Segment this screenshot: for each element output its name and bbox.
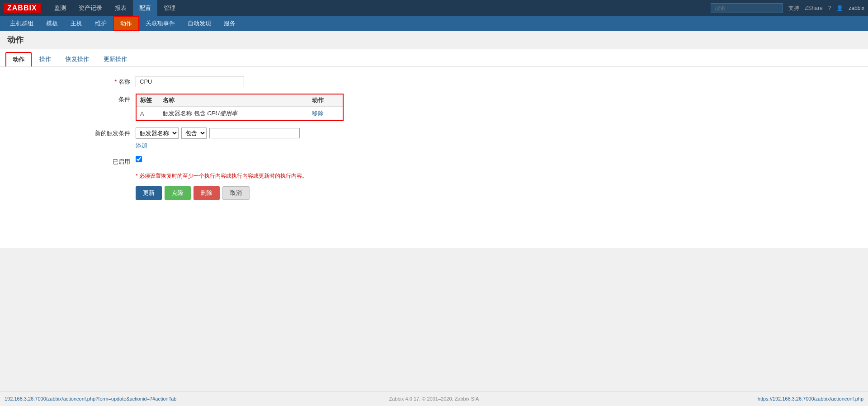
condition-type-select[interactable]: 触发器名称 xyxy=(136,127,179,139)
username-label: zabbix xyxy=(849,5,864,11)
nav-maintenance[interactable]: 维护 xyxy=(89,16,113,31)
nav-config[interactable]: 配置 xyxy=(133,0,157,16)
conditions-header: 标签 名称 动作 xyxy=(137,94,343,107)
conditions-row: 条件 标签 名称 动作 A 触发器名称 包含 CPU使用率 移除 xyxy=(81,94,868,121)
new-condition-selects: 触发器名称 包含 xyxy=(136,127,300,139)
update-button[interactable]: 更新 xyxy=(136,186,162,200)
new-condition-row: 新的触发条件 触发器名称 包含 添加 xyxy=(81,127,868,150)
nav-assets[interactable]: 资产记录 xyxy=(72,0,108,16)
clone-button[interactable]: 克隆 xyxy=(165,186,191,200)
tab-bar: 动作 操作 恢复操作 更新操作 xyxy=(0,49,868,67)
nav-templates[interactable]: 模板 xyxy=(40,16,64,31)
delete-button[interactable]: 删除 xyxy=(193,186,220,200)
header-action: 动作 xyxy=(312,96,339,104)
enabled-checkbox[interactable] xyxy=(136,156,142,162)
header-name: 名称 xyxy=(163,96,312,104)
nav-discovery[interactable]: 自动发现 xyxy=(181,16,217,31)
condition-label-0: A xyxy=(140,110,163,117)
zabbix-logo: ZABBIX xyxy=(4,3,41,13)
help-icon[interactable]: ? xyxy=(828,5,831,11)
tab-action[interactable]: 动作 xyxy=(5,52,32,66)
button-row: 更新 克隆 删除 取消 xyxy=(81,186,868,200)
nav-admin[interactable]: 管理 xyxy=(157,0,182,16)
add-link-container: 添加 xyxy=(136,139,300,150)
nav-reports[interactable]: 报表 xyxy=(108,0,133,16)
new-condition-controls: 触发器名称 包含 添加 xyxy=(136,127,300,150)
tab-recovery-operations[interactable]: 恢复操作 xyxy=(59,52,96,66)
cancel-button[interactable]: 取消 xyxy=(222,186,250,200)
nav-host-groups[interactable]: 主机群组 xyxy=(4,16,40,31)
condition-action-0[interactable]: 移除 xyxy=(312,109,339,118)
conditions-table: 标签 名称 动作 A 触发器名称 包含 CPU使用率 移除 xyxy=(136,94,344,121)
nav-hosts[interactable]: 主机 xyxy=(64,16,89,31)
top-nav-items: 监测 资产记录 报表 配置 管理 xyxy=(48,0,711,16)
conditions-label: 条件 xyxy=(81,94,136,104)
condition-operator-select[interactable]: 包含 xyxy=(181,127,207,139)
zshare-link[interactable]: ZShare xyxy=(805,5,822,11)
name-label: * 名称 xyxy=(81,76,136,86)
required-star: * xyxy=(114,78,118,85)
search-input[interactable] xyxy=(711,3,783,13)
condition-name-0: 触发器名称 包含 CPU使用率 xyxy=(163,109,312,118)
name-row: * 名称 xyxy=(81,76,868,87)
remove-link-0[interactable]: 移除 xyxy=(312,110,324,117)
second-navigation: 主机群组 模板 主机 维护 动作 关联项事件 自动发现 服务 xyxy=(0,16,868,31)
add-condition-link[interactable]: 添加 xyxy=(136,142,147,150)
header-label: 标签 xyxy=(140,96,163,104)
content-area: * 名称 条件 标签 名称 动作 A 触发器名称 包含 CPU使用率 移除 xyxy=(0,67,868,248)
enabled-row: 已启用 xyxy=(81,156,868,166)
new-condition-label: 新的触发条件 xyxy=(81,127,136,137)
name-input[interactable] xyxy=(136,76,244,87)
condition-value-input[interactable] xyxy=(209,128,300,138)
condition-value-0: CPU使用率 xyxy=(207,110,237,117)
top-navigation: ZABBIX 监测 资产记录 报表 配置 管理 支持 ZShare ? 👤 za… xyxy=(0,0,868,16)
nav-actions[interactable]: 动作 xyxy=(113,16,139,31)
nav-services[interactable]: 服务 xyxy=(217,16,242,31)
support-link[interactable]: 支持 xyxy=(788,5,799,12)
condition-row-0: A 触发器名称 包含 CPU使用率 移除 xyxy=(137,107,343,120)
nav-monitoring[interactable]: 监测 xyxy=(48,0,72,16)
nav-event-correlation[interactable]: 关联项事件 xyxy=(139,16,181,31)
page-title: 动作 xyxy=(0,31,868,49)
tab-operations[interactable]: 操作 xyxy=(33,52,58,66)
warning-text: * 必须设置恢复时的至少一个执行内容或执行内容或更新时的执行内容。 xyxy=(81,172,868,180)
user-icon[interactable]: 👤 xyxy=(836,5,843,11)
enabled-checkbox-row xyxy=(136,156,142,162)
top-nav-right: 支持 ZShare ? 👤 zabbix xyxy=(711,3,864,13)
enabled-label: 已启用 xyxy=(81,156,136,166)
tab-update-operations[interactable]: 更新操作 xyxy=(97,52,134,66)
